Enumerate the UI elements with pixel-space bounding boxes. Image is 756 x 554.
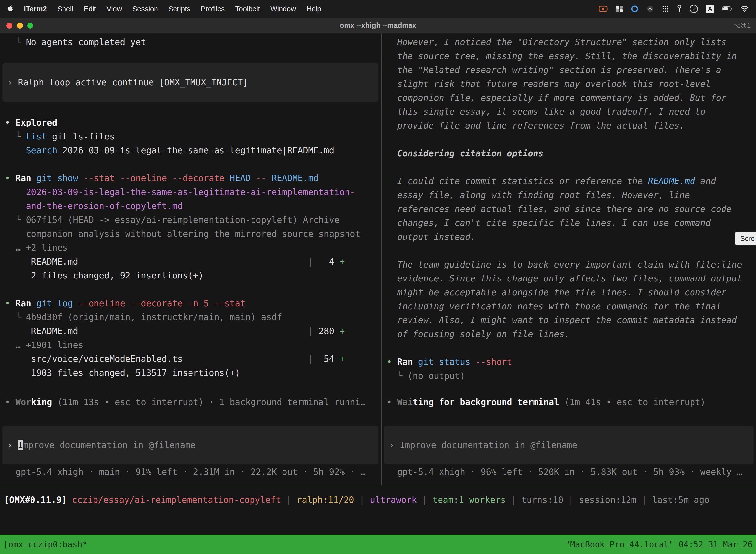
pane-footer-left: • Working (11m 13s • esc to interrupt) ·… [0, 395, 381, 485]
tmux-host-time: "MacBook-Pro-44.local" 04:52 31-Mar-26 [565, 540, 753, 549]
key-icon[interactable] [677, 5, 682, 13]
prompt-input-right[interactable]: › Improve documentation in @filename [384, 438, 754, 452]
box-line: › Ralph loop active continue [OMX_TMUX_I… [2, 75, 378, 89]
blank-line [382, 132, 756, 147]
terminal-line: Search 2026-03-09-is-legal-the-same-as-l… [0, 144, 381, 157]
prompt-input-left[interactable]: › Improve documentation in @filename [2, 438, 378, 452]
menu-session[interactable]: Session [132, 5, 158, 13]
minimize-button[interactable] [17, 22, 23, 29]
terminal-line: evidence. Since this change only affects… [382, 272, 756, 285]
terminal-line: • Ran git status --short [382, 355, 756, 369]
omx-status-line: [OMX#0.11.9] cczip/essay/ai-reimplementa… [4, 493, 756, 507]
macos-screen: iTerm2 ShellEditViewSessionScriptsProfil… [0, 0, 756, 554]
terminal-line: … +1901 lines [0, 338, 381, 352]
terminal-line: • Ran git log --oneline --decorate -n 5 … [0, 296, 381, 310]
blank-line [0, 282, 381, 296]
menu-profiles[interactable]: Profiles [201, 5, 225, 13]
tmux-status-bar: [omx-cczip0:bash* "MacBook-Pro-44.local"… [0, 535, 756, 554]
terminal-line: • Ran git show --stat --oneline --decora… [0, 171, 381, 185]
terminal-scrollback-left[interactable]: └ No agents completed yet › Ralph loop a… [0, 35, 381, 395]
terminal-pane-left[interactable]: └ No agents completed yet › Ralph loop a… [0, 33, 381, 485]
close-button[interactable] [6, 22, 12, 29]
tmux-session-info: [omx-cczip0:bash* [3, 540, 87, 549]
agent-activity-status-left: • Working (11m 13s • esc to interrupt) ·… [0, 395, 381, 409]
terminal-scrollback-right[interactable]: However, I noticed the "Directory Struct… [382, 35, 756, 395]
terminal-line: output instead. [382, 230, 756, 244]
terminal-line: README.md | 4 + [0, 255, 381, 269]
menu-help[interactable]: Help [306, 5, 321, 13]
battery-icon[interactable] [722, 6, 733, 12]
menu-bar: iTerm2 ShellEditViewSessionScriptsProfil… [0, 0, 756, 18]
terminal-line: references need actual files, and since … [382, 202, 756, 216]
menu-view[interactable]: View [107, 5, 122, 13]
pane-footer-right: • Waiting for background terminal (1m 41… [382, 395, 756, 485]
blank-line [382, 160, 756, 174]
terminal-line: slight risk that future readers may over… [382, 77, 756, 91]
model-usage-status-right: gpt-5.4 xhigh · 96% left · 520K in · 5.8… [382, 465, 756, 479]
window-titlebar[interactable]: omx --xhigh --madmax ⌥⌘1 [0, 18, 756, 33]
terminal-line: and-the-erosion-of-copyleft.md [0, 199, 381, 213]
traffic-lights [0, 22, 33, 29]
omx-status-bar: [OMX#0.11.9] cczip/essay/ai-reimplementa… [0, 485, 756, 535]
window-shortcut-hint: ⌥⌘1 [733, 21, 751, 29]
terminal-line: • Explored [0, 116, 381, 129]
menu-window[interactable]: Window [270, 5, 296, 13]
agent-activity-status-right: • Waiting for background terminal (1m 41… [382, 395, 756, 409]
terminal-line: review. Also, I might want to inspect th… [382, 313, 756, 327]
terminal-line: └ 067f154 (HEAD -> essay/ai-reimplementa… [0, 213, 381, 227]
terminal-line: this single essay, it seems like a good … [382, 105, 756, 119]
terminal-line: 1903 files changed, 513517 insertions(+) [0, 366, 381, 380]
terminal-line: Considering citation options [382, 147, 756, 160]
menu-toolbelt[interactable]: Toolbelt [235, 5, 260, 13]
blank-line [382, 341, 756, 355]
terminal-line: src/voice/voiceModeEnabled.ts | 54 + [0, 352, 381, 366]
window-title: omx --xhigh --madmax [339, 21, 416, 30]
terminal-line: companion analysis without altering the … [0, 227, 381, 241]
menu-scripts[interactable]: Scripts [169, 5, 190, 13]
prompt-input-box-left[interactable]: › Improve documentation in @filename [2, 426, 378, 464]
menubar-status-icons: .61 A [599, 5, 749, 13]
battery-gauge-icon[interactable]: .61 [690, 5, 698, 13]
screen-recording-icon[interactable] [599, 6, 608, 12]
menu-items: ShellEditViewSessionScriptsProfilesToolb… [57, 5, 332, 13]
terminal-line: 2026-03-09-is-legal-the-same-as-legitima… [0, 185, 381, 199]
terminal-line: might be acceptable alongside the file l… [382, 285, 756, 299]
terminal-line: … +2 lines [0, 241, 381, 255]
terminal-line: README.md | 280 + [0, 324, 381, 338]
terminal-pane-right[interactable]: However, I noticed the "Directory Struct… [382, 33, 756, 485]
terminal-line: └ No agents completed yet [0, 35, 381, 49]
blank-line [0, 49, 381, 63]
menu-iterm2[interactable]: iTerm2 [24, 5, 47, 13]
menu-shell[interactable]: Shell [57, 5, 73, 13]
wifi-icon[interactable] [741, 6, 749, 12]
terminal-line: 2 files changed, 92 insertions(+) [0, 269, 381, 282]
terminal-line: changes, I can't cite specific file line… [382, 216, 756, 230]
terminal-line: of focusing solely on file lines. [382, 327, 756, 341]
terminal-line: The team guideline is to back every impo… [382, 258, 756, 272]
dots-grid-icon[interactable] [662, 5, 669, 13]
terminal-line: I could cite commit statistics or refere… [382, 174, 756, 188]
menu-bar-left: iTerm2 ShellEditViewSessionScriptsProfil… [7, 5, 332, 13]
window-tiles-icon[interactable] [616, 5, 623, 13]
prompt-input-box-right[interactable]: › Improve documentation in @filename [384, 426, 754, 464]
battery-gauge-label: .61 [692, 7, 696, 11]
apple-menu-icon[interactable] [7, 5, 14, 13]
terminal-line: the source tree, missing the essay. Stil… [382, 49, 756, 63]
terminal-line: including verification notes with those … [382, 299, 756, 313]
terminal-split: └ No agents completed yet › Ralph loop a… [0, 33, 756, 485]
screen-share-pill[interactable]: Scre [735, 232, 756, 245]
terminal-line: essay file, along with finding root file… [382, 188, 756, 202]
model-usage-status-left: gpt-5.4 xhigh · main · 91% left · 2.31M … [0, 465, 381, 479]
blue-app-icon[interactable] [631, 5, 638, 13]
blank-line [0, 157, 381, 171]
terminal-line: companion file, especially if more comme… [382, 91, 756, 105]
dark-app-icon[interactable] [646, 5, 654, 13]
zoom-button[interactable] [27, 22, 33, 29]
terminal-line: the "Related research writing" section i… [382, 63, 756, 77]
queued-message-box: › Ralph loop active continue [OMX_TMUX_I… [2, 63, 378, 102]
terminal-line: └ (no output) [382, 369, 756, 383]
input-source-icon[interactable]: A [706, 5, 714, 13]
terminal-line: └ List git ls-files [0, 129, 381, 144]
blank-line [382, 244, 756, 258]
menu-edit[interactable]: Edit [83, 5, 96, 13]
